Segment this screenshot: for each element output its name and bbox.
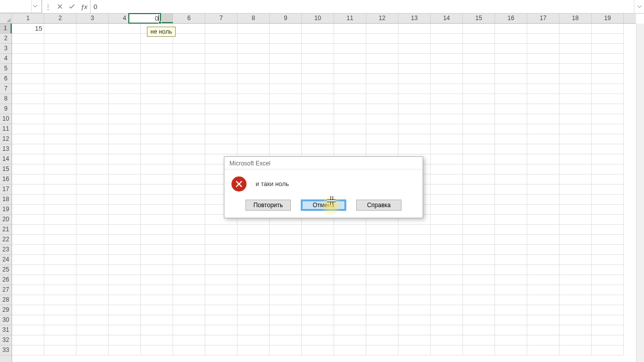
cell[interactable] <box>237 114 270 124</box>
cell[interactable] <box>463 235 495 245</box>
cell[interactable] <box>559 275 592 285</box>
cell[interactable] <box>173 305 205 315</box>
cell[interactable] <box>302 275 334 285</box>
cell[interactable] <box>302 84 334 94</box>
cell[interactable] <box>334 265 366 275</box>
cell[interactable] <box>109 134 141 144</box>
cell[interactable] <box>76 255 109 265</box>
cell[interactable] <box>173 295 205 305</box>
cell[interactable] <box>366 255 398 265</box>
cell[interactable] <box>559 315 592 325</box>
cell[interactable] <box>592 295 624 305</box>
cell[interactable] <box>463 124 495 134</box>
cell[interactable] <box>205 54 237 64</box>
cell[interactable] <box>205 315 237 325</box>
cell[interactable] <box>44 225 76 235</box>
cell[interactable] <box>431 225 463 235</box>
cell[interactable] <box>398 34 431 44</box>
cell[interactable] <box>398 325 431 335</box>
column-header[interactable]: 5 <box>141 14 173 23</box>
cell[interactable] <box>44 275 76 285</box>
cell[interactable] <box>270 335 302 345</box>
cell[interactable] <box>592 315 624 325</box>
cell[interactable] <box>463 325 495 335</box>
cell[interactable] <box>12 134 44 144</box>
cell[interactable] <box>12 44 44 54</box>
cell[interactable] <box>559 34 592 44</box>
cell[interactable] <box>592 114 624 124</box>
cell[interactable] <box>431 305 463 315</box>
cell[interactable] <box>592 265 624 275</box>
cell[interactable] <box>559 185 592 195</box>
cell[interactable] <box>366 315 398 325</box>
row-header[interactable]: 20 <box>0 215 12 225</box>
cell[interactable] <box>12 84 44 94</box>
cell[interactable] <box>237 104 270 114</box>
cell[interactable] <box>431 144 463 154</box>
cell[interactable] <box>366 34 398 44</box>
cell[interactable] <box>76 285 109 295</box>
cell[interactable] <box>527 195 559 205</box>
cell[interactable] <box>141 205 173 215</box>
cell[interactable] <box>431 215 463 225</box>
cell[interactable] <box>76 134 109 144</box>
cell[interactable] <box>109 164 141 174</box>
cell[interactable] <box>527 164 559 174</box>
retry-button[interactable]: Повторить <box>246 200 291 211</box>
cell[interactable] <box>270 305 302 315</box>
cell[interactable] <box>141 345 173 355</box>
cell[interactable] <box>302 94 334 104</box>
cell[interactable] <box>270 104 302 114</box>
cell[interactable] <box>302 245 334 255</box>
cell[interactable] <box>109 94 141 104</box>
cell[interactable] <box>334 64 366 74</box>
cell[interactable] <box>559 345 592 355</box>
cell[interactable] <box>237 275 270 285</box>
cell[interactable] <box>173 74 205 84</box>
column-header[interactable]: 14 <box>431 14 463 23</box>
cell[interactable] <box>463 114 495 124</box>
cell[interactable] <box>431 255 463 265</box>
cell[interactable] <box>44 305 76 315</box>
cell[interactable] <box>302 114 334 124</box>
cell[interactable] <box>237 255 270 265</box>
cell[interactable] <box>463 285 495 295</box>
cell[interactable] <box>302 64 334 74</box>
cell[interactable] <box>205 235 237 245</box>
cell[interactable] <box>559 144 592 154</box>
cell[interactable] <box>463 215 495 225</box>
cell[interactable] <box>559 205 592 215</box>
cell[interactable] <box>173 245 205 255</box>
cell[interactable] <box>527 285 559 295</box>
cell[interactable] <box>431 335 463 345</box>
cell[interactable] <box>76 54 109 64</box>
row-header[interactable]: 1 <box>0 24 12 34</box>
cell[interactable] <box>173 54 205 64</box>
cell[interactable] <box>366 285 398 295</box>
cell[interactable] <box>44 195 76 205</box>
cell[interactable] <box>431 185 463 195</box>
cell[interactable] <box>109 84 141 94</box>
row-header[interactable]: 14 <box>0 154 12 164</box>
cell[interactable] <box>334 24 366 34</box>
cell[interactable] <box>431 195 463 205</box>
cell[interactable] <box>431 44 463 54</box>
cell[interactable] <box>12 94 44 104</box>
cell[interactable] <box>12 185 44 195</box>
cell[interactable] <box>76 265 109 275</box>
cell[interactable] <box>109 154 141 164</box>
row-header[interactable]: 18 <box>0 195 12 205</box>
cell[interactable] <box>463 174 495 185</box>
cell[interactable] <box>44 134 76 144</box>
row-header[interactable]: 8 <box>0 94 12 104</box>
cell[interactable] <box>270 84 302 94</box>
cell[interactable] <box>12 144 44 154</box>
cell[interactable] <box>76 174 109 185</box>
cell[interactable] <box>173 44 205 54</box>
cell[interactable] <box>205 275 237 285</box>
cell[interactable] <box>592 104 624 114</box>
cell[interactable] <box>463 164 495 174</box>
cell[interactable] <box>270 235 302 245</box>
cell[interactable] <box>76 185 109 195</box>
cell[interactable] <box>109 235 141 245</box>
